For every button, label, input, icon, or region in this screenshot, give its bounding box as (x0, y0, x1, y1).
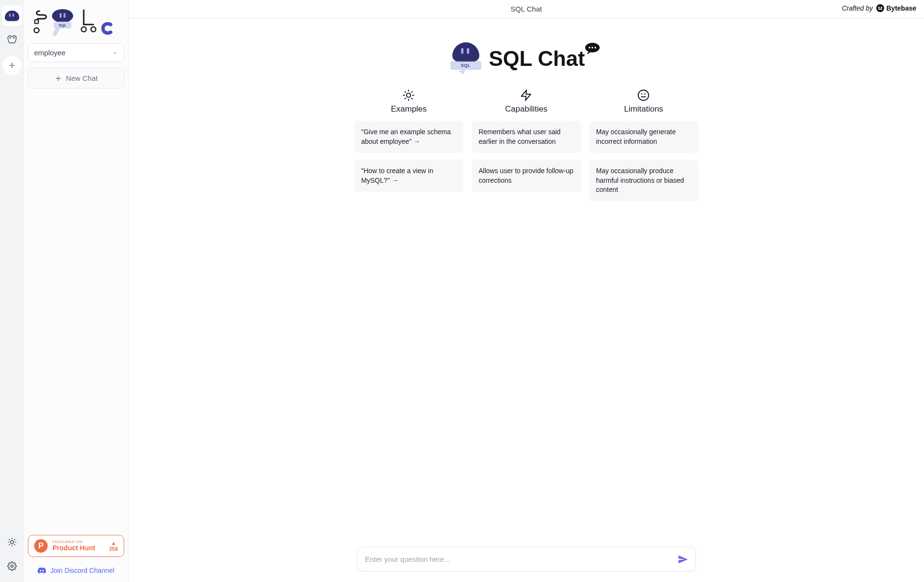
chevron-down-icon (112, 50, 118, 56)
feature-columns: Examples "Give me an example schema abou… (355, 89, 698, 202)
neutral-face-icon (637, 89, 650, 101)
discord-icon (38, 567, 46, 574)
crafted-by-label: Crafted by (842, 4, 873, 12)
product-hunt-badge[interactable]: P FEATURED ON Product Hunt ▲ 258 (28, 535, 124, 557)
example-text: "How to create a view in MySQL?" → (361, 167, 434, 184)
capability-text: Allows user to provide follow-up correct… (479, 167, 574, 184)
discord-link[interactable]: Join Discord Channel (28, 563, 124, 578)
elephant-icon (6, 34, 18, 46)
add-connection-button[interactable] (2, 56, 22, 75)
new-chat-button[interactable]: New Chat (28, 68, 124, 89)
limitation-card: May occasionally produce harmful instruc… (590, 160, 698, 202)
rail-item-postgres[interactable] (2, 30, 22, 50)
example-card[interactable]: "How to create a view in MySQL?" → (355, 160, 463, 192)
svg-point-11 (81, 27, 86, 32)
ph-name-label: Product Hunt (52, 544, 104, 552)
database-select[interactable]: employee (28, 43, 124, 62)
column-limitations: Limitations May occasionally generate in… (590, 89, 698, 202)
lightning-icon (520, 89, 532, 101)
svg-rect-4 (35, 20, 38, 24)
svg-text:SQL: SQL (59, 23, 67, 27)
svg-point-1 (13, 38, 14, 38)
svg-point-13 (876, 4, 884, 13)
svg-point-12 (91, 27, 96, 32)
hero: SQL SQL Chat (450, 42, 603, 75)
sidebar: SQL employee New Chat P FEATURED ON Prod… (24, 0, 128, 582)
limitation-text: May occasionally produce harmful instruc… (596, 167, 684, 193)
capability-text: Remembers what user said earlier in the … (479, 128, 561, 145)
capabilities-title: Capabilities (505, 104, 548, 114)
theme-toggle-button[interactable] (2, 532, 22, 552)
limitation-card: May occasionally generate incorrect info… (590, 121, 698, 153)
bytebase-icon (876, 4, 885, 13)
example-card[interactable]: "Give me an example schema about employe… (355, 121, 463, 153)
svg-rect-8 (64, 13, 65, 18)
composer (357, 547, 696, 571)
sqlc-logo-graphic: SQL (30, 5, 116, 36)
sun-icon (402, 89, 415, 101)
plus-icon (54, 75, 62, 82)
svg-rect-15 (880, 7, 882, 8)
new-chat-label: New Chat (66, 74, 98, 82)
svg-point-3 (11, 565, 13, 568)
brand-name: Bytebase (886, 4, 916, 12)
rail-item-sqlchat[interactable] (2, 6, 22, 26)
hero-robot-icon: SQL (450, 42, 481, 75)
product-hunt-icon: P (34, 539, 48, 553)
svg-point-0 (10, 38, 11, 38)
svg-point-6 (52, 9, 73, 23)
svg-point-20 (595, 47, 597, 49)
svg-marker-22 (522, 90, 531, 101)
column-capabilities: Capabilities Remembers what user said ea… (472, 89, 581, 202)
ph-upvote-count: 258 (109, 546, 118, 552)
svg-rect-14 (878, 7, 880, 8)
sidebar-logo: SQL (28, 4, 124, 38)
welcome-content: SQL SQL Chat (128, 18, 924, 582)
plus-icon (8, 61, 16, 70)
page-title: SQL Chat (511, 5, 542, 13)
hero-title-text: SQL Chat (489, 47, 585, 71)
sun-icon (7, 537, 17, 547)
svg-rect-7 (60, 13, 62, 18)
limitation-text: May occasionally generate incorrect info… (596, 128, 676, 145)
capability-card: Allows user to provide follow-up correct… (472, 160, 581, 192)
sqlchat-robot-icon (5, 11, 19, 21)
svg-rect-16 (878, 9, 882, 10)
svg-point-2 (11, 541, 14, 544)
left-rail (0, 0, 24, 582)
send-icon (678, 554, 688, 565)
caret-up-icon: ▲ (111, 540, 116, 546)
speech-bubble-icon (585, 42, 602, 55)
svg-point-5 (34, 28, 39, 33)
send-button[interactable] (674, 551, 692, 568)
capability-card: Remembers what user said earlier in the … (472, 121, 581, 153)
settings-button[interactable] (2, 556, 22, 576)
column-examples: Examples "Give me an example schema abou… (355, 89, 463, 202)
message-input[interactable] (361, 549, 674, 569)
svg-point-23 (639, 90, 649, 101)
discord-link-label: Join Discord Channel (50, 567, 114, 574)
svg-point-18 (589, 47, 591, 49)
main: SQL Chat Crafted by Bytebase SQL (128, 0, 924, 582)
svg-point-19 (592, 47, 594, 49)
svg-point-21 (407, 93, 411, 98)
database-select-value: employee (34, 49, 65, 57)
topbar: SQL Chat Crafted by Bytebase (128, 0, 924, 18)
example-text: "Give me an example schema about employe… (361, 128, 451, 145)
limitations-title: Limitations (624, 104, 663, 114)
crafted-by-link[interactable]: Crafted by Bytebase (842, 4, 916, 13)
gear-icon (7, 561, 17, 571)
examples-title: Examples (391, 104, 427, 114)
